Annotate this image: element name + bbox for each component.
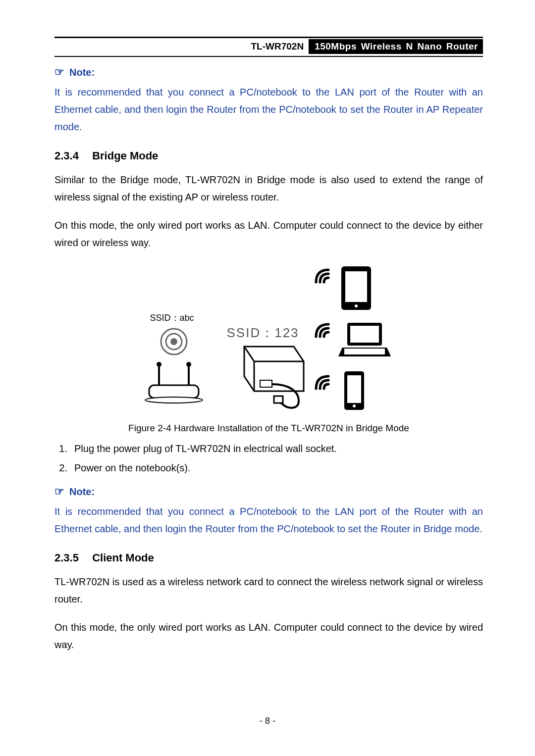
note-text: It is recommended that you connect a PC/… [54,84,483,136]
section-title: Bridge Mode [92,150,158,162]
svg-point-17 [145,397,203,403]
section-number: 2.3.4 [54,150,89,162]
doc-header: TL-WR702N 150Mbps Wireless N Nano Router [54,39,483,54]
page-number: - 8 - [0,716,535,726]
svg-point-14 [157,362,161,367]
header-model: TL-WR702N [246,39,309,54]
figure-bridge-mode: SSID：abc SSID：123 [130,262,408,416]
section-number: 2.3.5 [54,552,89,564]
tablet-icon [338,264,378,314]
list-item: 2. Power on the notebook(s). [54,460,483,476]
paragraph: TL-WR702N is used as a wireless network … [54,573,483,608]
steps-list: 1. Plug the power plug of TL-WR702N in e… [54,441,483,476]
nano-router-icon [224,332,319,411]
phone-icon [340,369,370,414]
step-text: Power on the notebook(s). [74,460,191,476]
paragraph: Similar to the Bridge mode, TL-WR702N in… [54,171,483,206]
paragraph: On this mode, the only wired port works … [54,217,483,252]
svg-point-15 [186,362,191,367]
section-heading-234: 2.3.4 Bridge Mode [54,150,483,162]
note-label: Note: [69,486,95,498]
step-text: Plug the power plug of TL-WR702N in elec… [74,441,337,457]
note-heading: ☞ Note: [54,485,483,498]
svg-rect-18 [260,380,272,387]
figure-caption: Figure 2-4 Hardware Installation of the … [54,423,483,434]
laptop-icon [337,320,392,359]
section-heading-235: 2.3.5 Client Mode [54,552,483,564]
svg-point-8 [353,404,356,407]
wifi-icon [311,262,336,287]
svg-rect-7 [347,375,361,403]
note-text: It is recommended that you connect a PC/… [54,503,483,538]
note-heading: ☞ Note: [54,66,483,79]
step-number: 1. [54,441,67,457]
svg-point-2 [355,304,358,307]
svg-rect-4 [350,326,379,343]
step-number: 2. [54,460,67,476]
pointing-hand-icon: ☞ [54,485,64,498]
svg-rect-1 [345,271,367,302]
paragraph: On this mode, the only wired port works … [54,619,483,654]
list-item: 1. Plug the power plug of TL-WR702N in e… [54,441,483,457]
router-icon [140,322,219,406]
header-desc: 150Mbps Wireless N Nano Router [309,39,483,54]
svg-rect-19 [274,396,283,403]
pointing-hand-icon: ☞ [54,66,64,79]
svg-rect-5 [344,349,385,354]
note-label: Note: [69,67,95,78]
section-title: Client Mode [92,552,154,564]
svg-rect-16 [149,385,199,398]
svg-point-11 [170,338,177,345]
